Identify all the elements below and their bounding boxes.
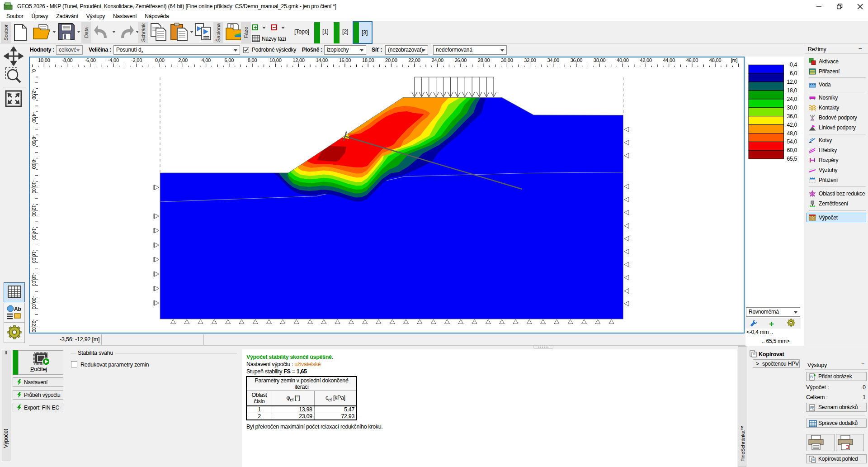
svg-text:-0,4: -0,4 <box>788 62 797 68</box>
svg-text:10,00: 10,00 <box>38 57 50 63</box>
svg-text:0,: 0, <box>31 69 37 73</box>
svg-text:-22,00: -22,00 <box>31 319 37 333</box>
svg-text:2,00: 2,00 <box>178 57 188 63</box>
svg-text:40,00: 40,00 <box>617 57 629 63</box>
svg-text:-8,00: -8,00 <box>31 158 37 169</box>
svg-text:-14,00: -14,00 <box>31 227 37 240</box>
svg-text:28,00: 28,00 <box>478 57 490 63</box>
svg-text:30,0: 30,0 <box>787 105 797 111</box>
svg-text:-18,00: -18,00 <box>31 273 37 286</box>
svg-text:60,0: 60,0 <box>787 147 797 153</box>
svg-text:12,0: 12,0 <box>787 79 797 85</box>
svg-text:42,0: 42,0 <box>787 122 797 128</box>
svg-text:36,0: 36,0 <box>787 113 797 119</box>
svg-text:18,0: 18,0 <box>787 87 797 94</box>
svg-text:0,00: 0,00 <box>155 57 165 63</box>
svg-text:-4,00: -4,00 <box>31 112 37 123</box>
svg-text:Ab: Ab <box>14 306 21 312</box>
svg-text:24,00: 24,00 <box>431 57 443 63</box>
svg-text:20,00: 20,00 <box>385 57 397 63</box>
svg-text:30,00: 30,00 <box>501 57 513 63</box>
svg-text:34,00: 34,00 <box>547 57 559 63</box>
svg-text:4,00: 4,00 <box>201 57 211 63</box>
svg-text:-2,00: -2,00 <box>31 89 37 100</box>
svg-text:12,00: 12,00 <box>292 57 305 63</box>
svg-text:-6,00: -6,00 <box>31 135 37 146</box>
svg-text:6,0: 6,0 <box>790 70 797 76</box>
svg-text:-6,00: -6,00 <box>85 57 96 63</box>
svg-text:-20,00: -20,00 <box>31 296 37 310</box>
svg-text:22,00: 22,00 <box>408 57 420 63</box>
svg-text:-8,00: -8,00 <box>61 57 72 63</box>
svg-text:[m]: [m] <box>731 57 738 63</box>
svg-text:54,0: 54,0 <box>787 138 797 145</box>
svg-text:48,00: 48,00 <box>709 57 722 63</box>
svg-text:B: B <box>810 375 813 379</box>
svg-text:38,00: 38,00 <box>594 57 606 63</box>
svg-text:-4,00: -4,00 <box>108 57 119 63</box>
svg-text:-2,00: -2,00 <box>131 57 142 63</box>
svg-text:44,00: 44,00 <box>663 57 675 63</box>
svg-text:36,00: 36,00 <box>571 57 583 63</box>
svg-text:-10,00: -10,00 <box>31 181 37 194</box>
svg-text:42,00: 42,00 <box>640 57 652 63</box>
svg-text:46,00: 46,00 <box>686 57 698 63</box>
svg-text:16,00: 16,00 <box>339 57 351 63</box>
svg-text:14,00: 14,00 <box>316 57 328 63</box>
svg-text:-16,00: -16,00 <box>31 250 37 263</box>
svg-text:48,0: 48,0 <box>787 130 797 137</box>
svg-text:6,00: 6,00 <box>225 57 234 63</box>
svg-text:8,00: 8,00 <box>248 57 257 63</box>
svg-text:18,00: 18,00 <box>362 57 374 63</box>
svg-text:24,0: 24,0 <box>787 96 797 102</box>
svg-text:-12,00: -12,00 <box>31 204 37 217</box>
svg-text:32,00: 32,00 <box>524 57 536 63</box>
svg-text:10,00: 10,00 <box>269 57 282 63</box>
svg-text:26,00: 26,00 <box>455 57 467 63</box>
svg-text:65,5: 65,5 <box>787 156 797 162</box>
